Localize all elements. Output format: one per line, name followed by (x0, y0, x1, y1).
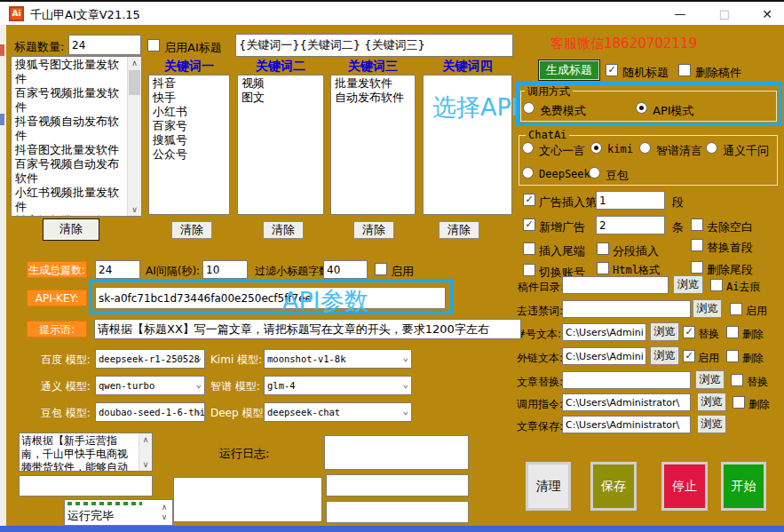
list-item[interactable]: 百家号 (151, 119, 227, 133)
delete-draft-checkbox[interactable] (678, 64, 691, 76)
title-count-input[interactable] (68, 35, 141, 55)
article-save-input[interactable] (562, 416, 691, 433)
banned-words-browse-button[interactable]: 浏览 (693, 299, 722, 318)
call-command-delete-checkbox[interactable] (733, 396, 745, 409)
list-item[interactable]: 快手 (151, 91, 227, 105)
hash-text-input[interactable] (562, 323, 646, 341)
hash-delete-checkbox[interactable] (726, 326, 739, 338)
titles-scrollbar[interactable]: ∧ ∨ (127, 57, 141, 216)
aux-input-box[interactable] (19, 475, 153, 496)
save-button[interactable]: 保存 (590, 462, 637, 511)
external-link-browse-button[interactable]: 浏览 (650, 346, 679, 365)
new-ad-checkbox[interactable]: ✓ (523, 218, 535, 231)
filter-subtitle-input[interactable] (323, 260, 368, 279)
preview-scrollbar[interactable]: ∧ ∨ (139, 433, 152, 471)
chevron-down-icon[interactable]: ⌄ (195, 405, 202, 417)
list-item[interactable]: 自动发布软件 (333, 91, 413, 105)
call-command-browse-button[interactable]: 浏览 (697, 393, 726, 411)
clear-keyword4-button[interactable]: 清除 (439, 221, 479, 239)
kimi-radio[interactable] (590, 142, 602, 154)
tongyi-radio[interactable] (706, 142, 717, 154)
list-item[interactable]: 搜狐号 (151, 133, 227, 147)
list-item[interactable]: 小红书 (151, 105, 227, 119)
chevron-down-icon[interactable]: ⌄ (402, 378, 408, 391)
deepseek-radio[interactable] (522, 167, 534, 179)
insert-tail-checkbox[interactable] (523, 242, 535, 255)
doubao-radio[interactable] (589, 167, 600, 179)
clear-keyword3-button[interactable]: 清除 (353, 221, 394, 239)
list-item[interactable]: 抖音 (151, 76, 227, 91)
prompt-preview-textarea[interactable]: 请根据【新手运营指南，千山甲快手电商视频带货软件，能够自动生成内容，推 ∧ ∨ (19, 433, 153, 472)
clear-keyword1-button[interactable]: 清除 (171, 221, 212, 239)
deep-model-select[interactable]: deepseek-chat⌄ (264, 402, 412, 422)
run-log-box-1[interactable] (324, 435, 469, 470)
manuscript-dir-input[interactable] (562, 276, 669, 294)
doubao-model-select[interactable]: doubao-seed-1-6-thir⌄ (95, 402, 205, 422)
keyword-col2-listbox[interactable]: 视频 图文 (237, 75, 324, 215)
article-replace-browse-button[interactable]: 浏览 (695, 370, 725, 389)
prompt-input[interactable] (94, 319, 521, 339)
filter-enable-checkbox[interactable] (375, 263, 387, 275)
hash-text-browse-button[interactable]: 浏览 (650, 322, 679, 341)
list-item[interactable]: 图文 (240, 91, 321, 105)
baidu-model-select[interactable]: deepseek-r1-250528⌄ (95, 349, 205, 369)
list-item[interactable]: 搜狐号图文批量发软件 (13, 58, 126, 86)
random-title-checkbox[interactable]: ✓ (606, 64, 618, 76)
list-item[interactable]: 批量发软件 (333, 76, 413, 91)
close-button[interactable]: ✕ (749, 4, 784, 25)
list-item[interactable]: 视频 (240, 76, 321, 91)
start-button[interactable]: 开始 (721, 462, 766, 511)
call-command-input[interactable] (562, 393, 691, 411)
external-link-enable-checkbox[interactable]: ✓ (683, 350, 695, 362)
scroll-up-icon[interactable]: ∧ (128, 57, 141, 69)
ad-insert-input[interactable] (596, 191, 665, 210)
chevron-down-icon[interactable]: ⌄ (402, 352, 408, 364)
zhipu-radio[interactable] (639, 142, 651, 154)
html-format-checkbox[interactable] (597, 262, 609, 274)
run-log-box-4[interactable] (326, 501, 469, 523)
switch-account-checkbox[interactable] (523, 264, 535, 276)
maximize-button[interactable]: □ (707, 4, 742, 25)
keyword-template-input[interactable] (235, 34, 513, 57)
manuscript-dir-browse-button[interactable]: 浏览 (673, 275, 703, 294)
ad-insert-checkbox[interactable]: ✓ (523, 194, 535, 206)
scroll-up-icon[interactable]: ∧ (139, 433, 152, 446)
banned-words-enable-checkbox[interactable] (730, 303, 742, 315)
ai-interval-input[interactable] (202, 260, 248, 279)
segment-insert-checkbox[interactable] (597, 242, 609, 255)
minimize-button[interactable]: — (662, 4, 698, 25)
stop-button[interactable]: 停止 (661, 462, 708, 511)
delete-last-checkbox[interactable] (691, 261, 703, 274)
run-log-box-2[interactable] (173, 477, 322, 522)
enable-ai-title-checkbox[interactable] (147, 39, 160, 52)
list-item[interactable]: 公众号 (151, 147, 227, 162)
run-status-listbox[interactable]: 运行完毕 ∧ ∨ (64, 499, 173, 526)
list-item[interactable]: 抖音视频批量发软件 (13, 214, 126, 217)
list-item[interactable]: 抖音图文批量发软件 (13, 143, 126, 157)
replace-first-checkbox[interactable] (691, 239, 703, 251)
article-replace-checkbox[interactable] (731, 374, 743, 386)
chevron-down-icon[interactable]: ⌄ (195, 352, 202, 364)
kimi-model-select[interactable]: moonshot-v1-8k⌄ (264, 349, 412, 369)
scroll-down-icon[interactable]: ∨ (128, 203, 141, 216)
chevron-down-icon[interactable]: ⌄ (402, 405, 408, 417)
remove-blank-checkbox[interactable] (691, 218, 703, 231)
article-replace-input[interactable] (562, 371, 691, 389)
external-link-delete-checkbox[interactable] (726, 350, 739, 362)
chevron-down-icon[interactable]: ⌄ (195, 378, 202, 391)
article-save-browse-button[interactable]: 浏览 (697, 415, 726, 433)
new-ad-input[interactable] (596, 216, 665, 234)
wenxin-radio[interactable] (522, 142, 534, 154)
keyword-col1-listbox[interactable]: 抖音 快手 小红书 百家号 搜狐号 公众号 (148, 75, 230, 215)
scroll-down-icon[interactable]: ∨ (158, 512, 170, 521)
total-count-input[interactable] (95, 260, 140, 279)
keyword-col3-listbox[interactable]: 批量发软件 自动发布软件 (330, 75, 416, 215)
zhipu-model-select[interactable]: glm-4⌄ (264, 376, 412, 395)
scroll-up-icon[interactable]: ∧ (158, 503, 170, 512)
scroll-thumb[interactable] (129, 70, 140, 95)
clean-button[interactable]: 清理 (526, 462, 571, 511)
list-item[interactable]: 百家号视频自动发布软件 (13, 157, 126, 186)
list-item[interactable]: 抖音视频自动发布软件 (13, 115, 126, 143)
external-link-input[interactable] (562, 347, 646, 365)
list-item[interactable]: 百家号视频批量发软件 (13, 86, 126, 115)
